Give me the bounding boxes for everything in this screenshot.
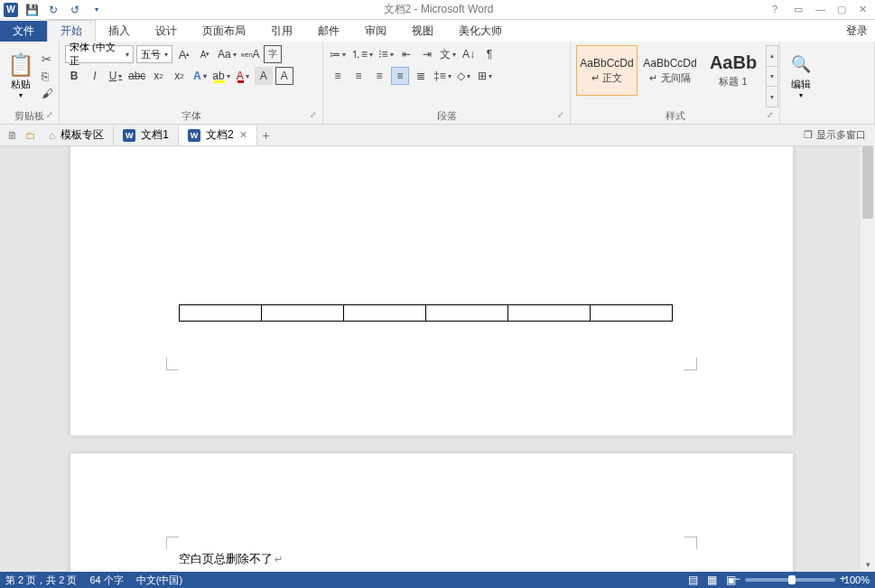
read-mode-icon[interactable]: ▤ (688, 574, 698, 586)
shading-button[interactable]: ◇▾ (455, 67, 473, 85)
align-left-button[interactable]: ≡ (329, 67, 347, 85)
sort-button[interactable]: A↓ (460, 45, 478, 63)
doctab-doc2[interactable]: W 文档2 ✕ (179, 126, 257, 145)
bold-button[interactable]: B (65, 67, 83, 85)
doctab-doc1[interactable]: W 文档1 (114, 126, 179, 145)
style-heading1[interactable]: AaBb 标题 1 (703, 45, 764, 96)
grow-font-button[interactable]: A▴ (175, 45, 193, 63)
increase-indent-button[interactable]: ⇥ (418, 45, 436, 63)
zoom-slider[interactable]: − + (745, 578, 835, 582)
char-shading-button[interactable]: A (255, 67, 273, 85)
tab-design[interactable]: 设计 (143, 21, 190, 42)
font-color-button[interactable]: A▾ (234, 67, 252, 85)
login-link[interactable]: 登录 (839, 21, 875, 42)
scrollbar-thumb[interactable] (862, 146, 873, 219)
gallery-up-icon[interactable]: ▴ (767, 46, 777, 67)
new-doc-icon[interactable]: 🗎 (4, 126, 22, 145)
minimize-icon[interactable]: — (815, 4, 828, 16)
chevron-down-icon: ▾ (799, 91, 803, 99)
save-icon[interactable]: 💾 (23, 2, 40, 18)
group-styles: AaBbCcDd ↵ 正文 AaBbCcDd ↵ 无间隔 AaBb 标题 1 ▴… (571, 42, 780, 124)
font-name-combo[interactable]: 宋体 (中文正▾ (65, 45, 134, 63)
text-effects-button[interactable]: A▾ (191, 67, 209, 85)
tab-file[interactable]: 文件 (0, 21, 47, 42)
style-no-spacing[interactable]: AaBbCcDd ↵ 无间隔 (639, 45, 701, 96)
justify-button[interactable]: ≡ (391, 67, 409, 85)
zoom-level[interactable]: 100% (844, 574, 870, 585)
enclose-char-button[interactable]: 字 (264, 45, 282, 63)
style-normal[interactable]: AaBbCcDd ↵ 正文 (576, 45, 638, 96)
home-icon: ⌂ (49, 129, 55, 142)
gallery-down-icon[interactable]: ▾ (767, 67, 777, 88)
subscript-button[interactable]: x2 (149, 67, 167, 85)
zoom-out-icon[interactable]: − (734, 573, 740, 585)
scroll-down-icon[interactable]: ▾ (861, 557, 875, 572)
tab-beautify[interactable]: 美化大师 (446, 21, 515, 42)
align-center-button[interactable]: ≡ (349, 67, 368, 85)
open-folder-icon[interactable]: 🗀 (22, 126, 40, 145)
change-case-button[interactable]: Aa▾ (217, 45, 237, 63)
paste-button[interactable]: 📋 粘贴 ▾ (4, 43, 38, 109)
tab-layout[interactable]: 页面布局 (190, 21, 258, 42)
maximize-icon[interactable]: ▢ (837, 4, 850, 16)
zoom-knob[interactable] (788, 575, 796, 584)
document-table[interactable] (179, 304, 673, 322)
add-tab-button[interactable]: + (257, 128, 275, 143)
print-layout-icon[interactable]: ▦ (707, 574, 717, 586)
status-language[interactable]: 中文(中国) (136, 574, 182, 587)
dialog-launcher-icon[interactable]: ⤢ (310, 110, 317, 119)
superscript-button[interactable]: x2 (170, 67, 188, 85)
numbering-button[interactable]: ⒈≡▾ (349, 45, 374, 63)
font-size-combo[interactable]: 五号▾ (136, 45, 172, 63)
multi-window-button[interactable]: ❐ 显示多窗口 (804, 128, 871, 142)
show-marks-button[interactable]: ¶ (480, 45, 498, 63)
undo-icon[interactable]: ↺ (67, 2, 83, 18)
phonetic-guide-button[interactable]: wénA (240, 45, 261, 63)
borders-button[interactable]: ⊞▾ (476, 67, 494, 85)
tab-references[interactable]: 引用 (258, 21, 305, 42)
tab-mail[interactable]: 邮件 (305, 21, 352, 42)
page-2[interactable]: 空白页总删除不了↵ (70, 453, 793, 572)
document-text[interactable]: 空白页总删除不了↵ (179, 551, 283, 567)
tab-view[interactable]: 视图 (399, 21, 446, 42)
shrink-font-button[interactable]: A▾ (196, 45, 214, 63)
tab-home[interactable]: 开始 (47, 20, 96, 42)
help-icon[interactable]: ? (772, 4, 785, 16)
tab-review[interactable]: 审阅 (352, 21, 399, 42)
dialog-launcher-icon[interactable]: ⤢ (46, 110, 53, 119)
italic-button[interactable]: I (86, 67, 104, 85)
distribute-button[interactable]: ≣ (412, 67, 430, 85)
status-page[interactable]: 第 2 页，共 2 页 (5, 574, 77, 587)
multilevel-button[interactable]: ⁝≡▾ (377, 45, 395, 63)
page-1[interactable] (70, 146, 793, 435)
vertical-scrollbar[interactable]: ▾ (861, 146, 875, 572)
copy-icon[interactable]: ⎘ (42, 70, 53, 83)
zoom-in-icon[interactable]: + (840, 573, 846, 585)
char-border-button[interactable]: A (275, 67, 293, 85)
decrease-indent-button[interactable]: ⇤ (397, 45, 415, 63)
find-button[interactable]: 🔍 编辑 ▾ (784, 43, 818, 109)
cut-icon[interactable]: ✂ (42, 52, 53, 66)
redo-icon[interactable]: ↻ (45, 2, 61, 18)
gallery-more-icon[interactable]: ▾ (767, 87, 777, 107)
dialog-launcher-icon[interactable]: ⤢ (767, 110, 774, 119)
align-right-button[interactable]: ≡ (370, 67, 388, 85)
dialog-launcher-icon[interactable]: ⤢ (557, 110, 564, 119)
group-label-editing (784, 109, 870, 124)
highlight-button[interactable]: ab▾ (211, 67, 230, 85)
ribbon-tab-strip: 文件 开始 插入 设计 页面布局 引用 邮件 审阅 视图 美化大师 登录 (0, 20, 875, 42)
ribbon-display-icon[interactable]: ▭ (794, 4, 806, 16)
tab-insert[interactable]: 插入 (96, 21, 143, 42)
close-icon[interactable]: ✕ (859, 4, 871, 16)
qat-customize-icon[interactable]: ▾ (88, 2, 105, 18)
line-spacing-button[interactable]: ‡≡▾ (433, 67, 452, 85)
title-bar: W 💾 ↻ ↺ ▾ 文档2 - Microsoft Word ? ▭ — ▢ ✕ (0, 0, 875, 20)
bullets-button[interactable]: ≔▾ (329, 45, 347, 63)
status-word-count[interactable]: 64 个字 (89, 574, 123, 587)
close-tab-icon[interactable]: ✕ (239, 129, 247, 141)
strikethrough-button[interactable]: abc (127, 67, 146, 85)
tab-template-zone[interactable]: ⌂ 模板专区 (40, 126, 114, 145)
format-painter-icon[interactable]: 🖌 (42, 87, 53, 100)
underline-button[interactable]: U▾ (107, 67, 125, 85)
text-direction-button[interactable]: 文▾ (439, 45, 457, 63)
